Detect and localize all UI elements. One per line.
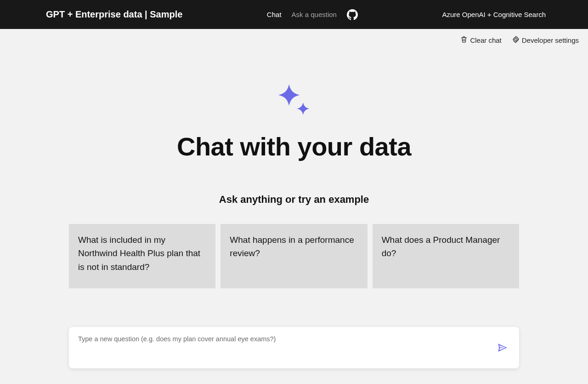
example-card[interactable]: What happens in a performance review? [220, 224, 367, 288]
app-title: GPT + Enterprise data | Sample [46, 9, 182, 20]
page-title: Chat with your data [69, 132, 519, 161]
nav-chat[interactable]: Chat [267, 11, 282, 18]
page-subtitle: Ask anything or try an example [69, 194, 519, 206]
header-tagline: Azure OpenAI + Cognitive Search [442, 11, 573, 18]
header-nav: Chat Ask a question [267, 9, 358, 20]
gear-icon [512, 35, 520, 45]
example-list: What is included in my Northwind Health … [69, 224, 519, 288]
header: GPT + Enterprise data | Sample Chat Ask … [0, 0, 588, 29]
svg-point-0 [514, 39, 517, 41]
clear-chat-button[interactable]: Clear chat [460, 35, 501, 45]
developer-settings-label: Developer settings [522, 36, 579, 44]
example-card[interactable]: What does a Product Manager do? [373, 224, 519, 288]
chat-input-row [69, 327, 519, 370]
send-button[interactable] [496, 342, 509, 355]
main: Chat with your data Ask anything or try … [69, 45, 519, 370]
developer-settings-button[interactable]: Developer settings [512, 35, 579, 45]
toolbar: Clear chat Developer settings [0, 29, 588, 45]
chat-input[interactable] [69, 327, 519, 368]
nav-ask-question[interactable]: Ask a question [292, 11, 337, 18]
example-card[interactable]: What is included in my Northwind Health … [69, 224, 215, 288]
send-icon [497, 342, 509, 355]
sparkle-icon [69, 81, 519, 122]
github-icon[interactable] [347, 9, 358, 20]
clear-chat-label: Clear chat [470, 36, 501, 44]
trash-icon [460, 35, 468, 45]
